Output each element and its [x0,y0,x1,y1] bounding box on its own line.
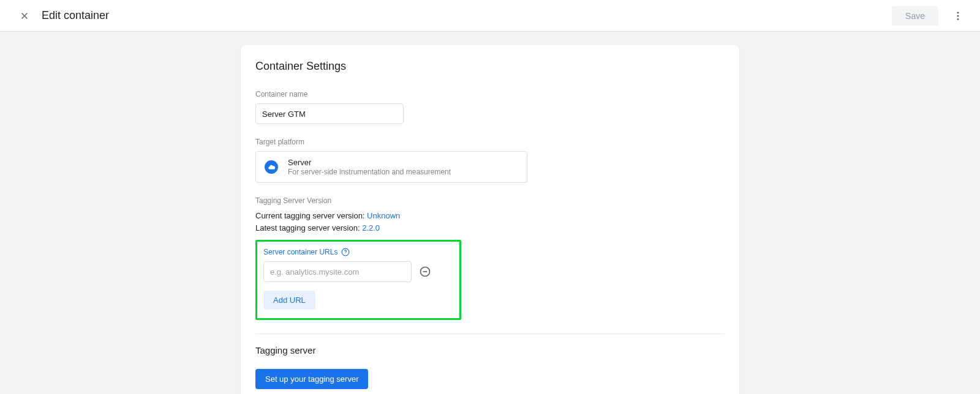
tagging-version-label: Tagging Server Version [255,196,725,205]
close-button[interactable] [10,1,39,31]
latest-version-link[interactable]: 2.2.0 [362,223,380,232]
container-name-input[interactable] [255,103,404,124]
close-icon [19,10,30,21]
tagging-server-heading: Tagging server [255,345,725,355]
svg-point-2 [957,12,959,13]
svg-point-4 [957,18,959,20]
target-platform-label: Target platform [255,138,725,146]
platform-text: Server For server-side instrumentation a… [288,158,451,176]
card-heading: Container Settings [255,60,725,73]
current-version-text: Current tagging server version: [255,211,367,220]
target-platform-selector[interactable]: Server For server-side instrumentation a… [255,151,527,183]
server-url-input[interactable] [263,261,412,282]
remove-url-icon[interactable] [419,266,431,278]
latest-version-line: Latest tagging server version: 2.2.0 [255,222,725,234]
server-urls-highlight: Server container URLs Add URL [255,240,461,320]
platform-subtitle: For server-side instrumentation and meas… [288,168,451,176]
latest-version-text: Latest tagging server version: [255,223,362,232]
overflow-menu-button[interactable] [946,4,970,28]
url-input-row [263,261,451,282]
server-urls-label: Server container URLs [263,248,337,256]
svg-point-6 [345,253,346,254]
dialog-title: Edit container [42,9,109,22]
section-divider [255,333,725,334]
container-name-block: Container name [255,90,725,124]
container-settings-card: Container Settings Container name Target… [241,45,739,394]
svg-point-3 [957,15,959,17]
add-url-button[interactable]: Add URL [263,291,315,310]
setup-tagging-server-button[interactable]: Set up your tagging server [255,369,368,389]
save-button[interactable]: Save [892,6,938,26]
server-cloud-icon [265,160,278,174]
page-body: Container Settings Container name Target… [0,32,980,394]
dialog-header: Edit container Save [0,0,980,32]
current-version-line: Current tagging server version: Unknown [255,210,725,222]
current-version-link[interactable]: Unknown [367,211,400,220]
container-name-label: Container name [255,90,725,98]
target-platform-block: Target platform Server For server-side i… [255,138,725,183]
tagging-version-block: Tagging Server Version Current tagging s… [255,196,725,234]
help-icon[interactable] [341,248,350,256]
url-label-row: Server container URLs [263,248,451,256]
platform-title: Server [288,158,451,167]
more-vert-icon [952,10,963,21]
